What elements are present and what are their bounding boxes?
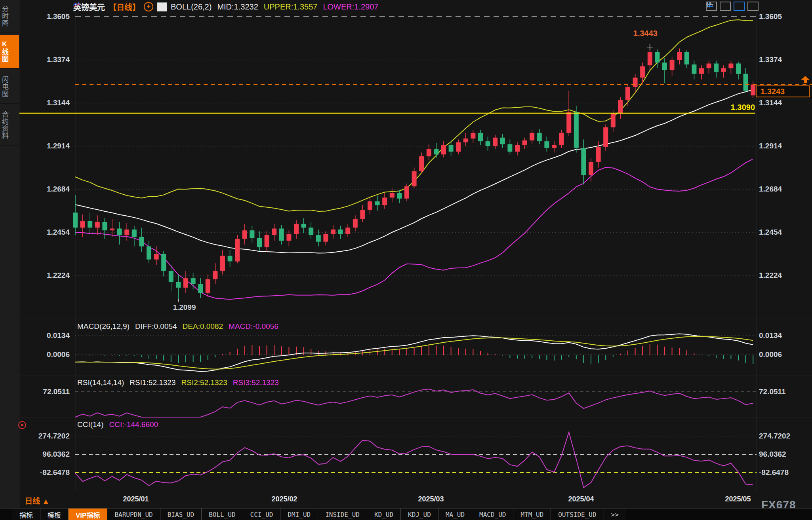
axis-tick-label: 0.0134 xyxy=(36,331,70,340)
tab-MACD_UD[interactable]: MACD_UD xyxy=(472,509,513,520)
legend-segment: DEA:0.0082 xyxy=(183,322,223,331)
rsi-legend: RSI(14,14,14)RSI1:52.1323RSI2:52.1323RSI… xyxy=(77,378,279,387)
axis-tick-label: 1.2914 xyxy=(36,142,70,150)
axis-tick-label: 1.3374 xyxy=(36,55,70,64)
macd-legend: MACD(26,12,9)DIFF:0.0054DEA:0.0082MACD:-… xyxy=(77,322,278,331)
axis-tick-label: 1.2224 xyxy=(36,271,70,280)
tab-MTM_UD[interactable]: MTM_UD xyxy=(513,509,551,520)
tab-KDJ_UD[interactable]: KDJ_UD xyxy=(401,509,438,520)
axis-tick-label: 1.2684 xyxy=(36,185,70,194)
period-tag: 【日线】 xyxy=(109,1,140,13)
axis-tick-label: 96.0362 xyxy=(36,450,70,459)
axis-tick-label: -82.6478 xyxy=(36,468,70,477)
chart-style-icon[interactable] xyxy=(157,2,167,11)
axis-scale-icon[interactable] xyxy=(720,2,731,11)
axis-tick-label: 72.0511 xyxy=(36,387,70,396)
axis-tick-label: -82.6478 xyxy=(759,468,789,477)
date-tick: 2025/04 xyxy=(553,495,609,503)
axis-tick-label: 1.3605 xyxy=(759,12,782,21)
indicator-tab-bar: 指标模板VIP指标BARUPDN_UDBIAS_UDBOLL_UDCCI_UDD… xyxy=(0,508,812,520)
date-axis: 日线 ▲ 2025/012025/022025/032025/042025/05 xyxy=(19,490,812,509)
last-price-badge: 1.3243 xyxy=(756,85,810,97)
chart-toolbar xyxy=(706,2,759,11)
sidebar-item-分时图[interactable]: 分时图 xyxy=(0,0,19,33)
axis-tick-label: 1.2454 xyxy=(759,228,782,237)
legend-segment: UPPER:1.3557 xyxy=(264,2,318,11)
axis-tick-label: 274.7202 xyxy=(759,432,790,440)
axis-tick-label: 274.7202 xyxy=(36,432,70,440)
tabbar-spacer xyxy=(0,509,12,520)
period-selector[interactable]: 日线 ▲ xyxy=(25,495,50,506)
axis-tick-label: 96.0362 xyxy=(759,450,786,459)
sidebar-item-合约资料[interactable]: 合约资料 xyxy=(0,105,19,146)
legend-segment: BOLL(26,2) xyxy=(171,2,212,11)
chart-application: 分时图K线图闪电图合约资料 英镑美元 【日线】 + BOLL(26,2)MID:… xyxy=(0,0,812,520)
legend-segment: CCI:-144.6600 xyxy=(109,420,158,429)
title-bar: 英镑美元 【日线】 + BOLL(26,2)MID:1.3232UPPER:1.… xyxy=(73,1,384,12)
legend-segment: DIFF:0.0054 xyxy=(135,322,177,331)
legend-segment: RSI2:52.1323 xyxy=(181,378,227,387)
date-tick: 2025/05 xyxy=(710,495,766,503)
legend-segment: MACD(26,12,9) xyxy=(77,322,130,331)
axis-tick-label: 0.0134 xyxy=(759,331,782,340)
axis-tick-label: 1.2914 xyxy=(759,142,782,150)
axis-tick-label: 1.3374 xyxy=(759,55,782,64)
cci-legend: CCI(14)CCI:-144.6600 xyxy=(77,420,158,429)
legend-segment: MID:1.3232 xyxy=(217,2,258,11)
add-indicator-icon[interactable]: + xyxy=(144,2,153,11)
high-price-label: 1.3443 xyxy=(633,29,658,38)
axis-tick-label: 1.3605 xyxy=(36,12,70,21)
tab-BIAS_UD[interactable]: BIAS_UD xyxy=(160,509,202,520)
tab-BARUPDN_UD[interactable]: BARUPDN_UD xyxy=(107,509,160,520)
tab-指标[interactable]: 指标 xyxy=(12,509,40,520)
chart-svg[interactable] xyxy=(0,0,812,520)
legend-segment: MACD:-0.0056 xyxy=(229,322,278,331)
tab-CCI_UD[interactable]: CCI_UD xyxy=(243,509,281,520)
axis-tick-label: 1.2684 xyxy=(759,185,782,194)
legend-segment: RSI(14,14,14) xyxy=(77,378,124,387)
date-tick: 2025/02 xyxy=(257,495,312,503)
axis-tick-label: 1.2224 xyxy=(759,271,782,280)
axis-tick-label: 1.2454 xyxy=(36,228,70,237)
axis-tick-label: 72.0511 xyxy=(759,387,786,396)
axis-tick-label: 0.0006 xyxy=(759,350,782,359)
yellow-line-label: 1.3090 xyxy=(697,103,755,112)
date-tick: 2025/01 xyxy=(108,495,164,503)
tab-INSIDE_UD[interactable]: INSIDE_UD xyxy=(318,509,367,520)
sidebar-item-闪电图[interactable]: 闪电图 xyxy=(0,70,19,104)
tab-KD_UD[interactable]: KD_UD xyxy=(367,509,401,520)
axis-tick-label: 0.0006 xyxy=(36,350,70,359)
legend-segment: CCI(14) xyxy=(77,420,104,429)
axis-tick-label: 1.3144 xyxy=(759,99,782,107)
date-tick: 2025/03 xyxy=(403,495,459,503)
legend-segment: RSI3:52.1323 xyxy=(233,378,279,387)
axis-shift-icon[interactable] xyxy=(747,2,759,11)
low-price-label: 1.2099 xyxy=(173,303,196,312)
tab-OUTSIDE_UD[interactable]: OUTSIDE_UD xyxy=(551,509,604,520)
tab-VIP指标[interactable]: VIP指标 xyxy=(69,509,107,520)
tab->>[interactable]: >> xyxy=(604,509,626,520)
red-target-icon[interactable] xyxy=(18,421,26,429)
legend-segment: LOWER:1.2907 xyxy=(323,2,378,11)
axis-tick-label: 1.3144 xyxy=(36,99,70,107)
tab-BOLL_UD[interactable]: BOLL_UD xyxy=(202,509,243,520)
tab-DMI_UD[interactable]: DMI_UD xyxy=(280,509,318,520)
sidebar: 分时图K线图闪电图合约资料 xyxy=(0,0,19,508)
tab-MA_UD[interactable]: MA_UD xyxy=(438,509,472,520)
tab-模板[interactable]: 模板 xyxy=(40,509,69,520)
axis-play-icon[interactable] xyxy=(734,2,745,11)
boll-legend: BOLL(26,2)MID:1.3232UPPER:1.3557LOWER:1.… xyxy=(171,2,384,11)
legend-segment: RSI1:52.1323 xyxy=(130,378,175,387)
sidebar-item-K线图[interactable]: K线图 xyxy=(0,35,19,69)
